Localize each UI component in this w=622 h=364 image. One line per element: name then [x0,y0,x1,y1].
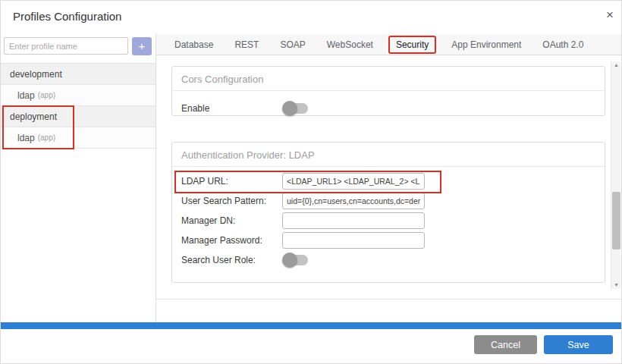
cancel-button[interactable]: Cancel [474,335,537,354]
close-icon[interactable]: × [606,8,614,21]
ldap-url-row: LDAP URL: [181,171,595,191]
section-title-cors: Cors Configuration [172,67,605,90]
sidebar-item-ldap-development[interactable]: ldap (app) [1,85,156,106]
manager-dn-label: Manager DN: [181,215,282,226]
ldap-url-input[interactable] [282,173,425,190]
cors-fields: Enable [172,91,605,121]
sidebar-item-label: ldap [17,133,35,143]
manager-password-row: Manager Password: [181,231,595,250]
sidebar-item-development[interactable]: development [1,64,156,85]
tab-oauth[interactable]: OAuth 2.0 [532,39,594,50]
search-user-role-toggle[interactable] [282,253,309,268]
sidebar-item-ldap-deployment[interactable]: ldap (app) [1,127,156,149]
user-search-pattern-input[interactable] [282,193,425,209]
manager-dn-row: Manager DN: [181,211,595,231]
scrollbar-thumb[interactable] [612,192,620,249]
manager-password-label: Manager Password: [181,235,282,246]
cors-configuration-card: Cors Configuration Enable [171,66,605,116]
section-title-ldap: Authentication Provider: LDAP [172,143,605,166]
user-search-pattern-label: User Search Pattern: [181,196,282,206]
security-content: Cors Configuration Enable Authentication… [156,55,622,300]
tab-soap[interactable]: SOAP [269,39,316,50]
sidebar-item-label: ldap [17,90,35,101]
toggle-knob [282,101,297,116]
scroll-down-icon[interactable]: ▼ [611,281,621,289]
add-profile-button[interactable]: + [132,37,152,55]
enable-row: Enable [181,96,595,121]
manager-dn-input[interactable] [282,212,425,229]
sidebar-item-deployment[interactable]: deployment [1,106,156,127]
main-panel: Database REST SOAP WebSocket Security Ap… [156,34,622,322]
tab-websocket[interactable]: WebSocket [316,39,384,50]
search-user-role-label: Search User Role: [181,255,282,265]
dialog-header: Profiles Configuration × [1,1,622,34]
dialog-footer: Cancel Save [1,329,622,364]
manager-password-input[interactable] [282,232,425,249]
profile-name-input[interactable] [4,37,128,55]
sidebar-item-suffix: (app) [38,91,55,99]
profiles-sidebar: + development ldap (app) deployment ldap… [1,34,156,322]
footer-accent-bar [1,322,622,329]
cors-enable-toggle[interactable] [282,101,309,116]
ldap-url-label: LDAP URL: [181,176,282,187]
user-search-pattern-row: User Search Pattern: [181,191,595,211]
tab-app-environment[interactable]: App Environment [441,39,532,50]
profiles-configuration-dialog: Profiles Configuration × + development l… [0,0,622,364]
ldap-fields: LDAP URL: User Search Pattern: Manager D… [172,167,605,270]
sidebar-item-label: deployment [10,111,57,122]
toggle-knob [282,253,297,268]
search-user-role-row: Search User Role: [181,250,595,270]
profile-name-row: + [4,37,153,55]
sidebar-item-label: development [10,69,62,80]
tab-rest[interactable]: REST [224,39,269,50]
save-button[interactable]: Save [544,335,613,354]
tab-bar: Database REST SOAP WebSocket Security Ap… [156,34,622,55]
enable-label: Enable [181,103,282,114]
vertical-scrollbar[interactable]: ▲ ▼ [611,61,620,289]
tab-security[interactable]: Security [388,36,436,54]
profiles-list: development ldap (app) deployment ldap (… [1,63,156,149]
authentication-provider-card: Authentication Provider: LDAP LDAP URL: … [171,142,605,283]
tab-database[interactable]: Database [164,39,224,50]
page-title: Profiles Configuration [13,10,121,23]
scroll-up-icon[interactable]: ▲ [611,61,621,69]
sidebar-item-suffix: (app) [38,133,55,142]
